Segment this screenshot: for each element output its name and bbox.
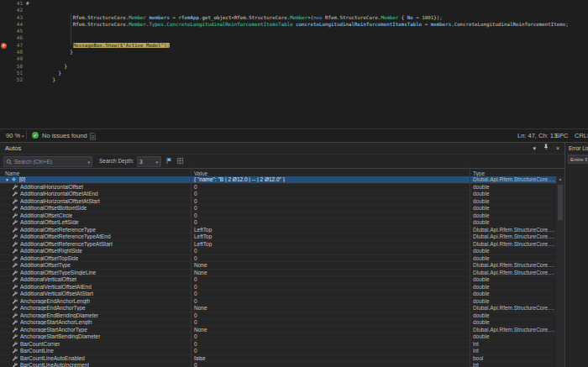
autos-row[interactable]: AdditionalOffsetReferenceTypeLeftTopDlub… <box>0 227 556 234</box>
line-ending-indicator[interactable]: CRLF <box>575 132 588 139</box>
breakpoint-gutter[interactable] <box>0 34 9 41</box>
row-value[interactable]: 0 <box>192 212 470 218</box>
row-value[interactable]: 0 <box>192 348 470 354</box>
row-value[interactable]: 0 <box>192 219 470 225</box>
breakpoint-gutter[interactable] <box>0 0 9 7</box>
breakpoint-gutter[interactable] <box>0 76 9 83</box>
error-list-scope-select[interactable]: Entire S <box>568 155 588 164</box>
code-editor[interactable]: 41#4243 Rfem.StructureCore.Member member… <box>0 0 588 128</box>
code-line[interactable]: 43 Rfem.StructureCore.Member members = r… <box>0 14 588 21</box>
row-value[interactable]: 0 <box>192 248 470 254</box>
scroll-up-icon[interactable]: ▴ <box>559 176 562 181</box>
row-value[interactable]: 0 <box>192 333 470 339</box>
breakpoint-gutter[interactable] <box>0 70 9 76</box>
row-value[interactable]: 0 <box>192 341 470 347</box>
code-line[interactable]: 51 } <box>0 70 588 76</box>
health-check-icon[interactable]: ✓ <box>32 132 39 139</box>
autos-row[interactable]: AdditionalVerticalOffsetAtStart0double <box>0 291 556 298</box>
whitespace-indicator[interactable]: SPC <box>555 132 568 139</box>
autos-row[interactable]: AnchorageStartBendingDiameter0double <box>0 333 556 341</box>
column-header-value[interactable]: Value <box>192 170 470 176</box>
row-value[interactable]: 0 <box>192 191 470 197</box>
row-value[interactable]: None <box>192 327 470 333</box>
search-box[interactable]: ▾ <box>3 156 92 167</box>
health-status-text[interactable]: No issues found <box>42 132 87 139</box>
autos-row[interactable]: AdditionalHorizontalOffsetAtStart0double <box>0 198 556 206</box>
breakpoint-gutter[interactable] <box>0 63 9 70</box>
row-value[interactable]: None <box>192 262 470 268</box>
autos-row[interactable]: BarCountLine0int <box>0 348 556 355</box>
row-value[interactable]: LeftTop <box>192 241 470 247</box>
code-line[interactable]: 48 } <box>0 49 588 55</box>
search-depth-select[interactable]: 3▾ <box>137 156 160 167</box>
code-line[interactable]: 44 Rfem.StructureCore.Member.Types.Concr… <box>0 21 588 28</box>
row-value[interactable]: LeftTop <box>192 227 470 233</box>
code-line[interactable]: 49 <box>0 55 588 62</box>
row-value[interactable]: 0 <box>192 291 470 296</box>
autos-row[interactable]: AnchorageStartAnchorLength0double <box>0 319 556 327</box>
breakpoint-gutter[interactable] <box>0 14 9 21</box>
autos-row[interactable]: AdditionalOffsetBottomSide0double <box>0 205 556 212</box>
autos-row[interactable]: BarCountLineAutoIncrement0int <box>0 362 556 367</box>
autos-row[interactable]: AdditionalOffsetTypeSingleLineNoneDlubal… <box>0 270 556 277</box>
autos-row[interactable]: AdditionalOffsetCircle0double <box>0 212 556 220</box>
row-value[interactable]: 0 <box>192 298 470 304</box>
autos-row[interactable]: AdditionalOffsetTypeNoneDlubal.Api.Rfem.… <box>0 262 556 270</box>
autos-row[interactable]: AnchorageEndAnchorLength0double <box>0 298 556 306</box>
row-value[interactable]: 0 <box>192 255 470 261</box>
vertical-scrollbar[interactable]: ▴ <box>556 176 564 367</box>
breakpoint-gutter[interactable] <box>0 55 9 62</box>
search-chevron-down-icon[interactable]: ▾ <box>87 160 90 165</box>
code-line[interactable]: 46 <box>0 34 588 41</box>
breakpoint-gutter[interactable] <box>0 7 9 13</box>
pin-icon[interactable] <box>543 143 549 154</box>
caret-position[interactable]: Ln: 47, Ch: 13 <box>517 132 557 139</box>
row-value[interactable]: 0 <box>192 284 470 290</box>
autos-row[interactable]: AnchorageEndAnchorTypeNoneDlubal.Api.Rfe… <box>0 305 556 312</box>
autos-row[interactable]: ▾[0]{ "name": "B | 2 Ø12.0 | -- | 2 Ø12.… <box>0 176 556 184</box>
column-header-name[interactable]: Name <box>0 170 192 176</box>
autos-row[interactable]: AdditionalHorizontalOffsetAtEnd0double <box>0 191 556 198</box>
code-line[interactable]: 47 MessageBox.Show($"Active Model"); <box>0 42 588 49</box>
code-line[interactable]: 50 } <box>0 63 588 70</box>
error-list-panel[interactable]: Error List Entire S <box>564 142 588 367</box>
editor-scrollbar[interactable] <box>581 0 588 128</box>
row-value[interactable]: 0 <box>192 205 470 211</box>
current-statement-breakpoint-icon[interactable] <box>1 43 7 49</box>
autos-row[interactable]: AdditionalHorizontalOffset0double <box>0 184 556 191</box>
column-header-type[interactable]: Type <box>470 170 564 176</box>
close-icon[interactable]: × <box>556 143 559 154</box>
row-value[interactable]: None <box>192 305 470 311</box>
autos-row[interactable]: AdditionalOffsetLeftSide0double <box>0 219 556 227</box>
breakpoint-gutter[interactable] <box>0 49 9 55</box>
code-line[interactable]: 41# <box>0 0 588 7</box>
grid-icon[interactable] <box>176 157 184 165</box>
row-value[interactable]: 0 <box>192 312 470 318</box>
scrollbar-thumb[interactable] <box>558 185 563 220</box>
breakpoint-gutter[interactable] <box>0 21 9 28</box>
autos-row[interactable]: BarCountLineAutoEnabledfalsebool <box>0 355 556 363</box>
zoom-control[interactable]: 90 %▾ <box>6 132 24 139</box>
row-value[interactable]: 0 <box>192 276 470 282</box>
window-position-chevron-icon[interactable]: ▾ <box>533 143 536 154</box>
expander-icon[interactable]: ▾ <box>3 177 11 182</box>
autos-row[interactable]: AnchorageEndBendingDiameter0double <box>0 312 556 320</box>
search-input[interactable] <box>13 159 87 165</box>
autos-row[interactable]: AdditionalOffsetTopSide0double <box>0 255 556 263</box>
document-health-icon[interactable] <box>89 133 96 142</box>
row-value[interactable]: false <box>192 355 470 361</box>
flag-icon[interactable] <box>165 157 173 165</box>
autos-row[interactable]: BarCountCorner0int <box>0 341 556 349</box>
autos-row[interactable]: AdditionalVerticalOffsetAtEnd0double <box>0 284 556 291</box>
row-value[interactable]: LeftTop <box>192 233 470 239</box>
code-line[interactable]: 52 } <box>0 76 588 83</box>
autos-row[interactable]: AdditionalOffsetReferenceTypeAtEndLeftTo… <box>0 233 556 241</box>
row-value[interactable]: 0 <box>192 319 470 325</box>
breakpoint-gutter[interactable] <box>0 28 9 34</box>
breakpoint-gutter[interactable] <box>0 42 9 49</box>
row-value[interactable]: None <box>192 270 470 275</box>
autos-row[interactable]: AnchorageStartAnchorTypeNoneDlubal.Api.R… <box>0 327 556 334</box>
code-line[interactable]: 45 <box>0 28 588 34</box>
row-value[interactable]: { "name": "B | 2 Ø12.0 | -- | 2 Ø12.0" } <box>192 176 470 182</box>
autos-row[interactable]: AdditionalOffsetRightSide0double <box>0 248 556 255</box>
